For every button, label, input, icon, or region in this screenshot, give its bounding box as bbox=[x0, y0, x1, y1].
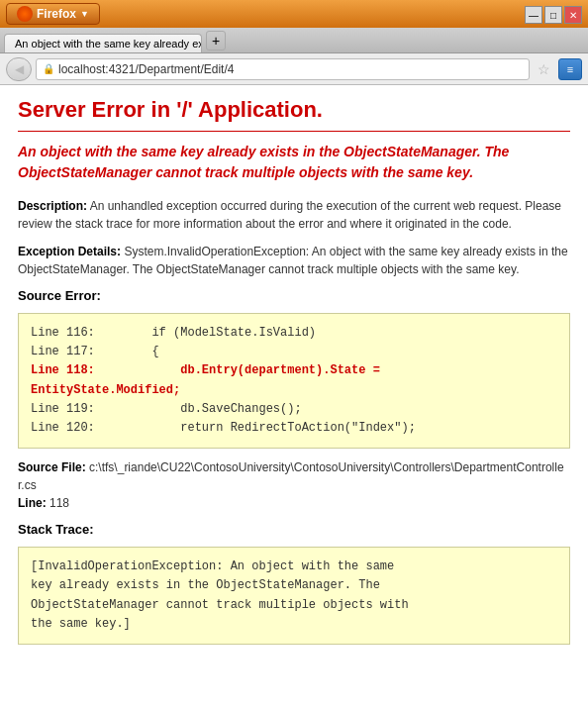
code-line: Line 118: db.Entry(department).State = bbox=[31, 361, 557, 380]
browser-menu-button[interactable]: ≡ bbox=[558, 58, 582, 80]
firefox-logo-icon bbox=[17, 6, 33, 22]
code-line: EntityState.Modified; bbox=[31, 381, 557, 400]
titlebar: Firefox ▼ bbox=[0, 0, 588, 28]
source-file-label: Source File: bbox=[18, 460, 86, 474]
lock-icon: 🔒 bbox=[43, 63, 54, 74]
bookmark-star-icon[interactable]: ☆ bbox=[534, 61, 554, 77]
page-title: Server Error in '/' Application. bbox=[18, 97, 570, 132]
back-button[interactable]: ◀ bbox=[6, 57, 32, 81]
source-file-path: c:\tfs\_riande\CU22\ContosoUniversity\Co… bbox=[18, 460, 564, 492]
stack-trace-text: [InvalidOperationException: An object wi… bbox=[31, 559, 409, 631]
description-label: Description: bbox=[18, 199, 87, 213]
address-field[interactable]: 🔒 localhost:4321/Department/Edit/4 bbox=[36, 58, 530, 80]
description-section: Description: An unhandled exception occu… bbox=[18, 197, 570, 233]
tab-bar: An object with the same key already exis… bbox=[0, 28, 588, 53]
code-line: Line 119: db.SaveChanges(); bbox=[31, 400, 557, 419]
source-file-section: Source File: c:\tfs\_riande\CU22\Contoso… bbox=[18, 458, 570, 512]
stack-trace-box: [InvalidOperationException: An object wi… bbox=[18, 547, 570, 645]
url-text: localhost:4321/Department/Edit/4 bbox=[58, 62, 234, 76]
firefox-dropdown-icon: ▼ bbox=[80, 9, 89, 19]
exception-label: Exception Details: bbox=[18, 245, 121, 258]
firefox-menu-button[interactable]: Firefox ▼ bbox=[6, 3, 100, 25]
description-text: An unhandled exception occurred during t… bbox=[18, 199, 561, 231]
code-line: Line 117: { bbox=[31, 343, 557, 361]
code-line: Line 116: if (ModelState.IsValid) bbox=[31, 324, 557, 343]
source-error-box: Line 116: if (ModelState.IsValid)Line 11… bbox=[18, 313, 570, 449]
page-content: Server Error in '/' Application. An obje… bbox=[0, 85, 588, 666]
maximize-button[interactable]: □ bbox=[544, 6, 562, 24]
firefox-label: Firefox bbox=[37, 7, 76, 21]
browser-tab[interactable]: An object with the same key already exis… bbox=[4, 34, 202, 52]
window-controls: — □ ✕ bbox=[525, 6, 582, 24]
close-button[interactable]: ✕ bbox=[564, 6, 582, 24]
exception-section: Exception Details: System.InvalidOperati… bbox=[18, 243, 570, 278]
line-label: Line: bbox=[18, 496, 47, 510]
line-number: 118 bbox=[49, 496, 69, 510]
tab-label: An object with the same key already exis… bbox=[15, 38, 202, 50]
minimize-button[interactable]: — bbox=[525, 6, 542, 24]
stack-trace-title: Stack Trace: bbox=[18, 522, 570, 537]
code-line: Line 120: return RedirectToAction("Index… bbox=[31, 419, 557, 438]
new-tab-button[interactable]: + bbox=[206, 31, 226, 51]
browser-content[interactable]: Server Error in '/' Application. An obje… bbox=[0, 85, 588, 710]
address-bar: ◀ 🔒 localhost:4321/Department/Edit/4 ☆ ≡ bbox=[0, 53, 588, 85]
error-summary: An object with the same key already exis… bbox=[18, 142, 570, 183]
source-error-title: Source Error: bbox=[18, 288, 570, 303]
